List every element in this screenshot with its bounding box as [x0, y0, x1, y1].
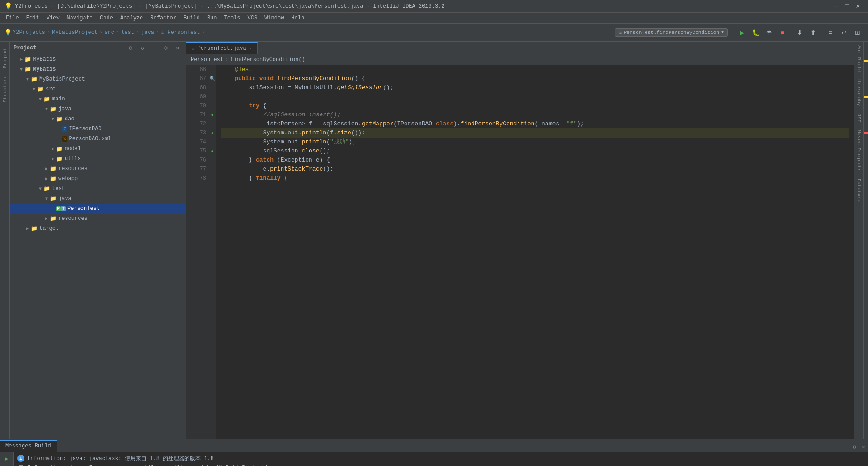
breakpoint-line71[interactable]: ● — [211, 113, 213, 118]
project-panel-sync[interactable]: ↻ — [138, 43, 147, 52]
tree-label-utils: utils — [65, 156, 81, 162]
build-messages: i Information: java: javacTask: 使用来自 1.8… — [14, 452, 868, 466]
project-panel-close[interactable]: ✕ — [173, 43, 182, 52]
tree-item-persondaoxml[interactable]: X PersonDAO.xml — [10, 134, 186, 144]
right-tab-hierarchy[interactable]: Hierarchy — [855, 76, 863, 109]
tree-label-resources-main: resources — [58, 166, 88, 172]
tree-arrow-dao: ▼ — [50, 117, 56, 122]
bottom-panel-settings[interactable]: ⚙ — [850, 442, 859, 452]
tree-item-target[interactable]: ▶ 📁 target — [10, 223, 186, 233]
tree-icon-utils: 📁 — [56, 156, 63, 162]
menu-item-file[interactable]: File — [2, 13, 23, 24]
code-editor[interactable]: @Test public void findPersonByCondition(… — [216, 65, 854, 439]
vcs-commit-button[interactable]: ⬆ — [807, 27, 819, 38]
menu-item-analyze[interactable]: Analyze — [117, 13, 146, 24]
breadcrumb-java[interactable]: java — [141, 29, 154, 36]
tree-item-webapp[interactable]: ▶ 📁 webapp — [10, 174, 186, 184]
tree-item-main[interactable]: ▼ 📁 main — [10, 94, 186, 104]
breadcrumb-src[interactable]: src — [104, 29, 114, 36]
method-selector[interactable]: ☕ PersonTest.findPersonByCondition ▼ — [615, 28, 728, 37]
menu-item-navigate[interactable]: Navigate — [63, 13, 96, 24]
tree-item-mybatisproject[interactable]: ▼ 📁 MyBatisProject — [10, 74, 186, 84]
vcs-update-button[interactable]: ⬇ — [794, 27, 806, 38]
tree-label-persondaoxml: PersonDAO.xml — [69, 136, 112, 142]
tree-item-mybatis1[interactable]: ▶ 📁 MyBatis — [10, 54, 186, 64]
stop-button[interactable]: ■ — [777, 27, 788, 38]
menu-item-build[interactable]: Build — [180, 13, 203, 24]
editor-tab-persontest[interactable]: ☕ PersonTest.java ✕ — [186, 42, 258, 54]
menu-item-view[interactable]: View — [43, 13, 63, 24]
tree-item-ipersondao[interactable]: I IPersonDAO — [10, 124, 186, 134]
code-line-72: List<Person> f = sqlSession.getMapper(IP… — [221, 119, 849, 128]
tree-item-dao[interactable]: ▼ 📁 dao — [10, 114, 186, 124]
tree-label-ipersondao: IPersonDAO — [69, 126, 102, 132]
tree-label-webapp: webapp — [58, 176, 78, 182]
tree-arrow-utils: ▶ — [50, 156, 56, 162]
code-line-75: sqlSession.close(); — [221, 147, 849, 156]
run-line-icon[interactable]: 🔍 — [210, 76, 215, 81]
tree-item-mybatis2[interactable]: ▼ 📁 MyBatis — [10, 64, 186, 74]
side-tab-project[interactable]: Project — [1, 44, 9, 72]
menu-item-vcs[interactable]: VCS — [244, 13, 261, 24]
project-panel-options[interactable]: ⚙ — [161, 43, 170, 52]
tree-item-utils[interactable]: ▶ 📁 utils — [10, 154, 186, 164]
tree-item-java-main[interactable]: ▼ 📁 java — [10, 104, 186, 114]
tree-item-java-test[interactable]: ▼ 📁 java — [10, 194, 186, 204]
eb-persontest[interactable]: PersonTest — [191, 57, 223, 63]
maximize-btn[interactable]: □ — [841, 3, 852, 10]
tree-item-src[interactable]: ▼ 📁 src — [10, 84, 186, 94]
breadcrumb-persontest[interactable]: ☕ PersonTest — [161, 29, 200, 36]
project-panel-title: Project — [14, 45, 36, 51]
tree-item-resources-test[interactable]: ▶ 📁 resources — [10, 214, 186, 223]
right-tab-ant[interactable]: Ant Build — [855, 42, 863, 76]
undo-button[interactable]: ↩ — [838, 27, 850, 38]
toolbar-breadcrumb: 💡 Y2Projects › MyBatisProject › src › te… — [5, 29, 206, 36]
breakpoint-line73[interactable]: ● — [211, 131, 213, 136]
tree-item-model[interactable]: ▶ 📁 model — [10, 144, 186, 154]
close-btn[interactable]: ✕ — [853, 2, 863, 10]
structure-button[interactable]: ≡ — [825, 27, 836, 38]
side-tab-structure[interactable]: Structure — [1, 72, 9, 106]
menu-item-window[interactable]: Window — [261, 13, 288, 24]
code-line-67: public void findPersonByCondition() { — [221, 74, 849, 83]
right-tab-maven[interactable]: Maven Projects — [855, 126, 863, 175]
tree-icon-src: 📁 — [37, 86, 44, 93]
editor-tab-close[interactable]: ✕ — [249, 46, 252, 51]
tree-label-test: test — [52, 185, 65, 192]
bottom-tab-messages[interactable]: Messages Build — [0, 440, 57, 452]
build-run-btn[interactable]: ▶ — [2, 454, 12, 464]
menu-item-help[interactable]: Help — [288, 13, 308, 24]
build-line-1[interactable]: i Information: java: javacTask: 使用来自 1.8… — [14, 454, 868, 464]
right-tab-database[interactable]: Database — [855, 175, 863, 206]
tree-arrow-main: ▼ — [37, 97, 43, 102]
menu-item-refactor[interactable]: Refactor — [146, 13, 180, 24]
breakpoint-line75[interactable]: ● — [211, 149, 213, 154]
tree-item-persontest[interactable]: P T PersonTest — [10, 204, 186, 214]
menu-bar: FileEditViewNavigateCodeAnalyzeRefactorB… — [0, 13, 868, 24]
minimize-btn[interactable]: ─ — [830, 3, 841, 10]
right-tab-jsf[interactable]: JSF — [855, 110, 863, 126]
eb-method[interactable]: findPersonByCondition() — [230, 57, 305, 63]
run-button[interactable]: ▶ — [736, 27, 748, 38]
project-panel-settings[interactable]: ⚙ — [126, 43, 135, 52]
tree-icon-dao: 📁 — [56, 116, 63, 123]
tree-label-java-main: java — [58, 106, 71, 112]
code-line-78: } finally { — [221, 174, 849, 183]
bottom-panel-close[interactable]: ✕ — [859, 442, 868, 452]
color-strip — [863, 42, 868, 439]
build-line-2[interactable]: i Information: java: Errors occurred whi… — [14, 464, 868, 466]
menu-item-edit[interactable]: Edit — [23, 13, 43, 24]
coverage-button[interactable]: ☂ — [763, 27, 775, 38]
tree-item-resources-main[interactable]: ▶ 📁 resources — [10, 164, 186, 174]
menu-item-tools[interactable]: Tools — [221, 13, 244, 24]
layout-button[interactable]: ⊞ — [852, 27, 863, 38]
debug-button[interactable]: 🐛 — [750, 27, 761, 38]
menu-item-code[interactable]: Code — [96, 13, 117, 24]
breadcrumb-y2projects[interactable]: Y2Projects — [13, 29, 45, 36]
project-panel-collapse[interactable]: — — [150, 43, 159, 52]
menu-item-run[interactable]: Run — [203, 13, 221, 24]
tree-item-test[interactable]: ▼ 📁 test — [10, 184, 186, 194]
tree-icon-model: 📁 — [56, 146, 63, 152]
breadcrumb-mybatisproject[interactable]: MyBatisProject — [52, 29, 98, 36]
breadcrumb-test[interactable]: test — [121, 29, 134, 36]
